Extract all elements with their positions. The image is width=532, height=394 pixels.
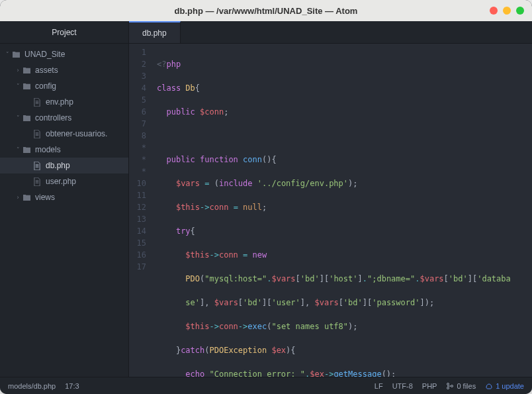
chevron-right-icon: ›	[15, 67, 21, 74]
status-git-files[interactable]: 0 files	[446, 382, 476, 390]
file-icon	[32, 162, 42, 170]
status-cursor[interactable]: 17:3	[65, 382, 79, 390]
workspace: Project ˅ UNAD_Site › assets ˅ config	[0, 21, 532, 377]
statusbar: models/db.php 17:3 LF UTF-8 PHP 0 files …	[0, 377, 532, 394]
status-files-label: 0 files	[457, 382, 476, 390]
svg-point-2	[451, 385, 453, 387]
window-controls	[490, 7, 524, 15]
tabs: db.php	[129, 21, 532, 44]
folder-icon	[21, 194, 32, 201]
status-path[interactable]: models/db.php	[8, 382, 56, 390]
svg-point-1	[447, 387, 449, 389]
file-icon	[32, 98, 42, 107]
editor-area: db.php 12345678***1011121314151617 <?php…	[128, 21, 532, 377]
app-window: db.php — /var/www/html/UNAD_Site — Atom …	[0, 0, 532, 394]
status-line-ending[interactable]: LF	[375, 382, 383, 390]
chevron-down-icon: ˅	[4, 51, 11, 58]
chevron-down-icon: ˅	[15, 115, 21, 121]
status-update-label: 1 update	[496, 382, 524, 390]
tree-file-obtener[interactable]: obtener-usuarios.	[0, 126, 128, 142]
folder-icon	[21, 146, 32, 154]
folder-icon	[21, 83, 32, 90]
maximize-icon[interactable]	[516, 7, 524, 15]
tree-label: controllers	[35, 113, 71, 123]
tree-label: assets	[35, 66, 58, 75]
tree-folder-views[interactable]: › views	[0, 189, 128, 205]
window-title: db.php — /var/www/html/UNAD_Site — Atom	[175, 6, 358, 16]
tree-file-db[interactable]: db.php	[0, 158, 128, 173]
folder-icon	[21, 115, 32, 122]
tree-folder-assets[interactable]: › assets	[0, 62, 128, 78]
chevron-right-icon: ›	[15, 194, 21, 201]
status-update[interactable]: 1 update	[485, 382, 524, 390]
tree-file-env[interactable]: env.php	[0, 94, 128, 110]
tree-label: UNAD_Site	[24, 50, 65, 59]
status-encoding[interactable]: UTF-8	[392, 382, 413, 390]
gutter: 12345678***1011121314151617	[129, 44, 153, 377]
tree-label: views	[35, 193, 55, 202]
tree-folder-models[interactable]: ˅ models	[0, 142, 128, 158]
tree-label: models	[35, 145, 61, 154]
git-icon	[446, 382, 454, 390]
sidebar: Project ˅ UNAD_Site › assets ˅ config	[0, 21, 128, 377]
tree-label: user.php	[46, 177, 76, 186]
tree-label: obtener-usuarios.	[46, 129, 107, 138]
code-content[interactable]: <?php class Db{ public $conn; public fun…	[153, 44, 532, 377]
sidebar-tab-project[interactable]: Project	[0, 21, 128, 44]
svg-point-0	[447, 383, 449, 385]
tree-folder-controllers[interactable]: ˅ controllers	[0, 110, 128, 126]
tree-label: db.php	[46, 161, 70, 170]
chevron-down-icon: ˅	[15, 83, 21, 89]
tab-db[interactable]: db.php	[129, 21, 181, 43]
tree-folder-config[interactable]: ˅ config	[0, 78, 128, 94]
code-editor[interactable]: 12345678***1011121314151617 <?php class …	[129, 44, 532, 377]
minimize-icon[interactable]	[503, 7, 511, 15]
chevron-down-icon: ˅	[15, 146, 21, 153]
tree-label: env.php	[46, 97, 73, 107]
file-icon	[32, 177, 42, 186]
close-icon[interactable]	[490, 7, 498, 15]
status-language[interactable]: PHP	[422, 382, 437, 390]
titlebar: db.php — /var/www/html/UNAD_Site — Atom	[0, 0, 532, 21]
squirrel-icon	[485, 382, 493, 390]
file-tree: ˅ UNAD_Site › assets ˅ config env.php	[0, 44, 128, 377]
tree-file-user[interactable]: user.php	[0, 173, 128, 189]
file-icon	[32, 130, 42, 138]
folder-icon	[11, 51, 21, 58]
tree-label: config	[35, 81, 56, 91]
tree-root[interactable]: ˅ UNAD_Site	[0, 46, 128, 62]
folder-icon	[21, 67, 32, 74]
